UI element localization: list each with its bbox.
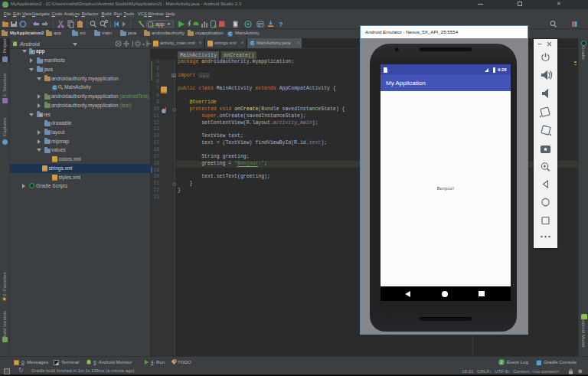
svg-text:?: ? [279,21,283,28]
svg-text:app: app [155,21,165,28]
